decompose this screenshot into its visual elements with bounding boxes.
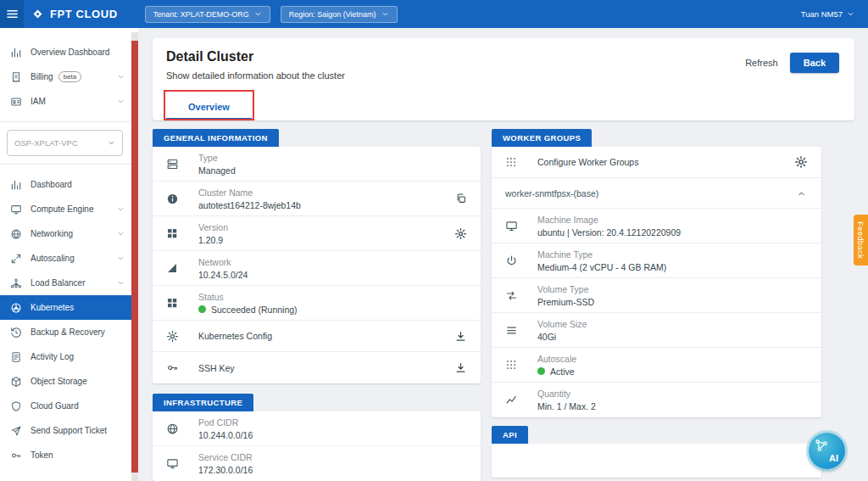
row-label: Machine Image xyxy=(537,215,681,225)
sidebar-item-networking[interactable]: Networking xyxy=(0,221,131,246)
user-menu[interactable]: Tuan NM57 xyxy=(801,9,854,19)
status-dot-green xyxy=(537,367,545,375)
sidebar-item-label: Send Support Ticket xyxy=(31,426,107,435)
sidebar-item-kubernetes[interactable]: Kubernetes xyxy=(0,295,131,320)
tenant-selector[interactable]: Tenant: XPLAT-DEMO-ORG xyxy=(145,6,270,23)
receipt-icon xyxy=(10,71,31,83)
sidebar-item-overview-dashboard[interactable]: Overview Dashboard xyxy=(0,40,131,64)
row-value: 1.20.9 xyxy=(198,235,228,245)
paper-plane-icon xyxy=(10,425,31,437)
card-title-badge: WORKER GROUPS xyxy=(492,129,592,147)
logo-text: FPT CLOUD xyxy=(50,8,118,20)
row-label: Version xyxy=(198,222,228,232)
chevron-down-icon xyxy=(381,10,389,18)
cube-icon xyxy=(10,376,31,388)
menu-icon[interactable] xyxy=(0,0,24,28)
row-label: Quantity xyxy=(537,389,596,399)
row-value: 40Gi xyxy=(537,332,587,342)
sidebar-item-cloud-guard[interactable]: Cloud Guard xyxy=(0,394,131,418)
signal-icon xyxy=(166,262,198,274)
grid-dots-icon xyxy=(505,156,537,168)
region-selector[interactable]: Region: Saigon (Vietnam) xyxy=(281,6,398,23)
row-machine-type: Machine Type Medium-4 (2 vCPU - 4 GB RAM… xyxy=(492,243,821,278)
chevron-down-icon xyxy=(847,10,854,18)
tab-overview[interactable]: Overview xyxy=(166,93,252,120)
row-cluster-name: Cluster Name autotest164212-8wjeb14b xyxy=(153,182,481,216)
sidebar-item-iam[interactable]: IAM xyxy=(0,89,131,114)
sidebar-item-activity-log[interactable]: Activity Log xyxy=(0,344,131,369)
hub-icon xyxy=(10,277,31,289)
sidebar-item-label: Token xyxy=(31,450,53,460)
sidebar-item-dashboard[interactable]: Dashboard xyxy=(0,172,131,197)
copy-icon[interactable] xyxy=(455,193,467,204)
chevron-down-icon xyxy=(117,254,125,262)
globe-icon xyxy=(10,228,31,240)
server-stack-icon xyxy=(166,158,198,171)
sidebar-item-load-balancer[interactable]: Load Balancer xyxy=(0,271,131,295)
vpc-selector[interactable]: OSP-XPLAT-VPC xyxy=(7,130,123,156)
worker-groups-card: WORKER GROUPS Configure Worker Groups wo… xyxy=(492,147,821,417)
logo-icon xyxy=(31,7,45,21)
download-icon[interactable] xyxy=(454,361,467,374)
row-value: Managed xyxy=(198,165,236,176)
gear-icon[interactable] xyxy=(454,227,467,240)
status-value: Active xyxy=(537,366,576,377)
sidebar-item-token[interactable]: Token xyxy=(0,443,131,467)
row-network: Network 10.24.5.0/24 xyxy=(153,251,481,286)
ai-label: AI xyxy=(829,453,838,463)
shield-icon xyxy=(10,400,31,412)
vpc-selected-value: OSP-XPLAT-VPC xyxy=(14,138,78,148)
chevron-up-icon[interactable] xyxy=(797,189,806,199)
chevron-down-icon xyxy=(117,98,125,105)
row-ssh-key: SSH Key xyxy=(153,352,481,383)
scrollbar-thumb[interactable] xyxy=(131,41,138,473)
sidebar-item-compute-engine[interactable]: Compute Engine xyxy=(0,197,131,221)
row-value: ubuntu | Version: 20.4.12120220909 xyxy=(537,227,681,238)
gear-icon[interactable] xyxy=(794,155,808,169)
worker-group-header[interactable]: worker-snmtfpsx-(base) xyxy=(492,178,821,209)
refresh-button[interactable]: Refresh xyxy=(745,58,778,68)
beta-badge: beta xyxy=(58,71,82,82)
bar-chart-icon xyxy=(10,47,31,59)
sidebar-item-send-support-ticket[interactable]: Send Support Ticket xyxy=(0,418,131,443)
card-title-badge: GENERAL INFORMATION xyxy=(153,129,279,147)
row-label: Machine Type xyxy=(537,249,666,260)
row-label: Autoscale xyxy=(537,354,576,364)
scrollbar-up-button[interactable] xyxy=(131,32,138,41)
sidebar-item-billing[interactable]: Billing beta xyxy=(0,64,131,89)
row-value: Premium-SSD xyxy=(537,297,594,307)
sidebar-item-autoscaling[interactable]: Autoscaling xyxy=(0,246,131,271)
sidebar-item-backup-recovery[interactable]: Backup & Recovery xyxy=(0,320,131,344)
feedback-tab[interactable]: Feedback xyxy=(854,215,868,266)
row-quantity: Quantity Min. 1 / Max. 2 xyxy=(492,383,821,417)
divider xyxy=(0,121,131,122)
sidebar-item-object-storage[interactable]: Object Storage xyxy=(0,369,131,394)
sidebar-item-label: Dashboard xyxy=(31,180,72,189)
key-icon xyxy=(166,361,198,374)
download-icon[interactable] xyxy=(454,330,467,343)
sidebar-item-label: IAM xyxy=(31,97,46,106)
scrollbar-down-button[interactable] xyxy=(131,473,138,481)
chevron-down-icon xyxy=(117,230,125,238)
row-label: Type xyxy=(198,153,236,163)
row-label: SSH Key xyxy=(198,363,235,373)
tenant-label: Tenant: XPLAT-DEMO-ORG xyxy=(153,10,249,19)
ai-chat-button[interactable]: AI xyxy=(809,433,845,469)
sidebar-item-label: Activity Log xyxy=(31,352,74,361)
globe-icon xyxy=(166,422,198,435)
gear-icon xyxy=(166,330,198,343)
bar-chart-icon xyxy=(10,179,31,191)
monitor-icon xyxy=(505,220,537,232)
card-title-badge: INFRASTRUCTURE xyxy=(153,394,253,411)
monitor-icon xyxy=(10,204,31,215)
row-volume-type: Volume Type Premium-SSD xyxy=(492,278,821,313)
sidebar-scrollbar[interactable] xyxy=(131,32,138,481)
worker-group-name: worker-snmtfpsx-(base) xyxy=(505,188,598,199)
sidebar-item-label: Kubernetes xyxy=(31,303,74,312)
general-information-card: GENERAL INFORMATION Type Managed Cluster… xyxy=(153,147,481,383)
back-button[interactable]: Back xyxy=(790,53,839,73)
row-pod-cidr: Pod CIDR 10.244.0.0/16 xyxy=(153,411,481,446)
row-label: Cluster Name xyxy=(198,187,301,198)
sidebar-item-label: Overview Dashboard xyxy=(31,48,109,57)
row-value: 10.24.5.0/24 xyxy=(198,270,248,280)
